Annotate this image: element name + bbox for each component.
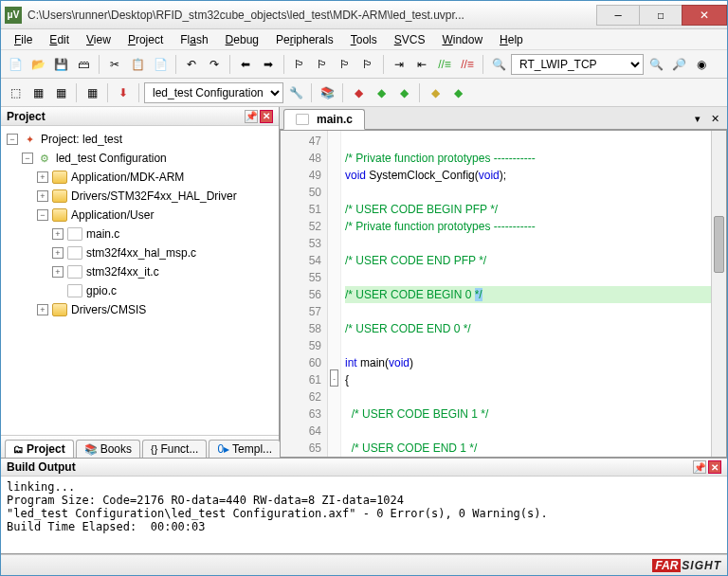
line-number-gutter: 47484950515253545556575859606162636465: [281, 131, 328, 457]
code-content[interactable]: /* Private function prototypes ---------…: [341, 131, 711, 457]
save-all-icon[interactable]: 🗃: [73, 54, 94, 75]
menu-svcs[interactable]: SVCS: [387, 31, 433, 48]
tree-group-haldriver[interactable]: +Drivers/STM32F4xx_HAL_Driver: [1, 187, 279, 206]
project-tree[interactable]: −✦Project: led_test −⚙led_test Configura…: [1, 126, 279, 435]
bookmark-clear-icon[interactable]: 🏳: [357, 54, 378, 75]
main-area: Project 📌 ✕ −✦Project: led_test −⚙led_te…: [1, 107, 727, 458]
tree-config[interactable]: −⚙led_test Configuration: [1, 149, 279, 168]
project-panel: Project 📌 ✕ −✦Project: led_test −⚙led_te…: [1, 107, 280, 458]
find-icon[interactable]: 🔍: [488, 54, 509, 75]
menu-debug[interactable]: Debug: [218, 31, 266, 48]
code-editor[interactable]: 47484950515253545556575859606162636465 -…: [280, 130, 727, 458]
tree-file-halmsp[interactable]: +stm32f4xx_hal_msp.c: [1, 243, 279, 262]
bookmark-prev-icon[interactable]: 🏳: [312, 54, 333, 75]
window-title: C:\Users\runner\Desktop\RFID_stm32cube_o…: [27, 9, 597, 22]
open-icon[interactable]: 📂: [27, 54, 48, 75]
download-icon[interactable]: ⬇: [113, 82, 134, 103]
pack-installer-icon[interactable]: ◆: [447, 82, 468, 103]
build-output-title: Build Output: [7, 460, 76, 474]
minimize-button[interactable]: —: [596, 5, 640, 26]
brand-logo: FARSIGHT: [652, 558, 721, 572]
copy-icon[interactable]: 📋: [127, 54, 148, 75]
btab-functions[interactable]: {} Funct...: [142, 440, 207, 458]
maximize-button[interactable]: ☐: [639, 5, 682, 26]
manage-components-icon[interactable]: ◆: [425, 82, 446, 103]
menu-project[interactable]: Project: [120, 31, 171, 48]
build-output-header: Build Output 📌 ✕: [1, 458, 727, 477]
bookmark-next-icon[interactable]: 🏳: [335, 54, 355, 75]
redo-icon[interactable]: ↷: [204, 54, 225, 75]
target-select[interactable]: RT_LWIP_TCP: [511, 54, 644, 75]
tree-root[interactable]: −✦Project: led_test: [1, 130, 279, 149]
btab-project[interactable]: 🗂 Project: [5, 440, 74, 458]
select-packs-icon[interactable]: ◆: [393, 82, 414, 103]
project-panel-title: Project: [7, 110, 46, 123]
menu-file[interactable]: File: [7, 31, 40, 48]
tree-file-it[interactable]: +stm32f4xx_it.c: [1, 262, 279, 281]
save-icon[interactable]: 💾: [50, 54, 71, 75]
menu-help[interactable]: Help: [492, 31, 531, 48]
menu-peripherals[interactable]: Peripherals: [268, 31, 341, 48]
close-button[interactable]: ✕: [682, 5, 727, 26]
toolbar-main: 📄 📂 💾 🗃 ✂ 📋 📄 ↶ ↷ ⬅ ➡ 🏳 🏳 🏳 🏳 ⇥ ⇤ //≡ //…: [1, 50, 727, 79]
bookmark-icon[interactable]: 🏳: [289, 54, 310, 75]
tab-dropdown-icon[interactable]: ▾: [691, 112, 704, 125]
build-output-text[interactable]: linking... Program Size: Code=2176 RO-da…: [1, 477, 727, 554]
btab-templates[interactable]: 0▸Templ...: [209, 440, 281, 458]
rebuild-icon[interactable]: ▦: [50, 82, 71, 103]
tree-file-main[interactable]: +main.c: [1, 225, 279, 243]
project-panel-header: Project 📌 ✕: [1, 107, 279, 126]
editor-area: main.c ▾ ✕ 47484950515253545556575859606…: [280, 107, 727, 458]
build-close-icon[interactable]: ✕: [708, 460, 721, 474]
nav-fwd-icon[interactable]: ➡: [258, 54, 279, 75]
tree-group-appuser[interactable]: −Application/User: [1, 206, 279, 225]
nav-back-icon[interactable]: ⬅: [235, 54, 256, 75]
cut-icon[interactable]: ✂: [104, 54, 125, 75]
statusbar: FARSIGHT: [1, 554, 727, 575]
build-pin-icon[interactable]: 📌: [693, 460, 706, 474]
find-in-files-icon[interactable]: 🔍: [646, 54, 666, 75]
undo-icon[interactable]: ↶: [181, 54, 202, 75]
batch-build-icon[interactable]: ▦: [82, 82, 102, 103]
comment-icon[interactable]: //≡: [434, 54, 455, 75]
panel-close-icon[interactable]: ✕: [260, 110, 273, 123]
new-file-icon[interactable]: 📄: [5, 54, 26, 75]
tree-file-gpio[interactable]: gpio.c: [1, 281, 279, 300]
vertical-scrollbar[interactable]: [711, 131, 726, 457]
manage-books-icon[interactable]: 📚: [317, 82, 337, 103]
editor-tab-main[interactable]: main.c: [283, 109, 365, 130]
translate-icon[interactable]: ⬚: [5, 82, 26, 103]
uncomment-icon[interactable]: //≡: [457, 54, 478, 75]
fold-column[interactable]: -: [328, 131, 341, 457]
indent-icon[interactable]: ⇥: [389, 54, 410, 75]
btab-books[interactable]: 📚 Books: [76, 440, 140, 458]
manage-packs-icon[interactable]: ◆: [371, 82, 391, 103]
debug-start-icon[interactable]: 🔎: [668, 54, 689, 75]
tree-group-mdkarm[interactable]: +Application/MDK-ARM: [1, 168, 279, 187]
menu-view[interactable]: View: [79, 31, 118, 48]
menu-tools[interactable]: Tools: [343, 31, 385, 48]
config-select[interactable]: led_test Configuration: [144, 82, 283, 103]
build-icon[interactable]: ▦: [27, 82, 48, 103]
app-icon: μV: [5, 7, 22, 24]
menu-window[interactable]: Window: [434, 31, 490, 48]
outdent-icon[interactable]: ⇤: [411, 54, 432, 75]
menu-flash[interactable]: Flash: [173, 31, 215, 48]
menubar: File Edit View Project Flash Debug Perip…: [1, 29, 727, 50]
options-target-icon[interactable]: 🔧: [285, 82, 306, 103]
titlebar: μV C:\Users\runner\Desktop\RFID_stm32cub…: [1, 1, 727, 29]
scrollbar-thumb[interactable]: [714, 216, 724, 273]
tab-close-icon[interactable]: ✕: [708, 112, 721, 125]
paste-icon[interactable]: 📄: [150, 54, 171, 75]
manage-rtos-icon[interactable]: ◆: [348, 82, 369, 103]
editor-tabbar: main.c ▾ ✕: [280, 107, 727, 130]
project-bottom-tabs: 🗂 Project 📚 Books {} Funct... 0▸Templ...: [1, 435, 279, 458]
tree-group-cmsis[interactable]: +Drivers/CMSIS: [1, 300, 279, 319]
toolbar-build: ⬚ ▦ ▦ ▦ ⬇ led_test Configuration 🔧 📚 ◆ ◆…: [1, 79, 727, 107]
panel-pin-icon[interactable]: 📌: [245, 110, 258, 123]
menu-edit[interactable]: Edit: [42, 31, 77, 48]
breakpoint-icon[interactable]: ◉: [691, 54, 712, 75]
